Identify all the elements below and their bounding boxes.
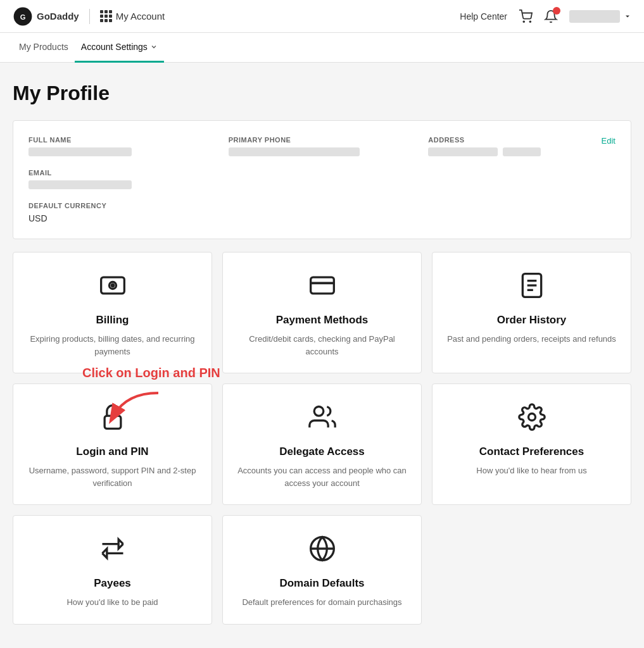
main-content: My Profile FULL NAME PRIMARY PHONE ADDRE… [0,63,644,644]
address-label: ADDRESS [428,136,616,144]
delegate-access-desc: Accounts you can access and people who c… [236,464,408,489]
nav-tabs: My Products Account Settings [0,33,644,63]
primary-phone-label: PRIMARY PHONE [229,136,416,144]
payees-card[interactable]: Payees How you'd like to be paid [13,515,212,625]
payees-title: Payees [94,577,131,590]
godaddy-logo-text: GoDaddy [37,11,79,22]
svg-point-16 [528,414,535,421]
contact-preferences-title: Contact Preferences [479,446,584,458]
email-field: EMAIL [28,169,216,189]
billing-desc: Expiring products, billing dates, and re… [26,333,199,358]
godaddy-logo-icon: G [13,6,33,27]
email-label: EMAIL [28,169,216,177]
address-field: ADDRESS Edit [428,136,616,156]
currency-value: USD [28,213,616,223]
delegate-access-card[interactable]: Delegate Access Accounts you can access … [222,383,422,505]
profile-fields-row2: EMAIL [28,169,616,189]
lock-icon [99,403,127,437]
login-pin-title: Login and PIN [76,446,148,458]
user-menu-button[interactable] [569,10,631,23]
email-value [28,180,132,189]
notification-wrapper [544,9,558,23]
svg-point-6 [111,284,114,287]
godaddy-logo[interactable]: G GoDaddy [13,6,79,27]
svg-point-15 [314,407,324,416]
address-value [428,147,616,156]
cart-icon [519,9,533,23]
delegate-access-title: Delegate Access [279,446,365,458]
domain-defaults-title: Domain Defaults [279,577,364,590]
header-divider [89,9,90,24]
user-avatar-placeholder [569,10,620,23]
header-left: G GoDaddy My Account [13,6,165,27]
my-account-nav[interactable]: My Account [100,10,165,22]
profile-card: FULL NAME PRIMARY PHONE ADDRESS Edit EMA… [13,120,631,239]
empty-field-1 [229,169,416,189]
order-history-desc: Past and pending orders, receipts and re… [447,333,616,346]
billing-card[interactable]: Billing Expiring products, billing dates… [13,252,212,373]
svg-text:G: G [20,13,26,20]
domain-defaults-card[interactable]: Domain Defaults Default preferences for … [222,515,422,625]
svg-rect-7 [310,277,334,294]
globe-icon [308,535,336,568]
tab-account-settings-label: Account Settings [81,42,148,52]
annotation-text: Click on Login and PIN [82,366,220,380]
billing-icon [99,271,127,305]
help-center-link[interactable]: Help Center [460,11,507,22]
empty-field-2 [428,169,616,189]
tab-account-settings[interactable]: Account Settings [75,33,164,63]
order-history-title: Order History [497,314,567,327]
currency-field: DEFAULT CURRENCY USD [28,202,616,223]
payment-methods-card[interactable]: Payment Methods Credit/debit cards, chec… [222,252,422,373]
chevron-down-icon [624,13,631,20]
address-block-1 [428,147,498,156]
full-name-label: FULL NAME [28,136,216,144]
gear-icon [518,403,546,437]
delegate-icon [308,403,336,437]
tab-my-products[interactable]: My Products [13,33,75,63]
contact-preferences-desc: How you'd like to hear from us [476,464,586,477]
header-right: Help Center [460,9,631,23]
login-pin-annotation-wrapper: Click on Login and PIN Login and PIN [13,383,212,505]
full-name-value [28,147,132,156]
header: G GoDaddy My Account Help Center [0,0,644,33]
my-account-label: My Account [116,11,165,22]
default-currency-label: DEFAULT CURRENCY [28,202,616,209]
grid-icon [100,10,112,22]
page-title: My Profile [13,82,631,105]
domain-defaults-desc: Default preferences for domain purchasin… [242,596,401,609]
profile-fields-row1: FULL NAME PRIMARY PHONE ADDRESS Edit [28,136,616,156]
transfer-icon [99,535,127,568]
primary-phone-field: PRIMARY PHONE [229,136,416,156]
payment-methods-title: Payment Methods [276,314,368,327]
login-pin-card[interactable]: Login and PIN Username, password, suppor… [13,383,212,505]
primary-phone-value [229,147,360,156]
svg-point-2 [523,21,524,22]
svg-rect-14 [104,416,121,428]
notification-badge [553,7,560,15]
billing-title: Billing [96,314,129,327]
payment-methods-desc: Credit/debit cards, checking and PayPal … [236,333,408,358]
cart-button[interactable] [519,9,533,23]
chevron-down-icon [150,43,158,51]
payment-icon [308,271,336,305]
svg-point-3 [529,21,531,22]
order-history-card[interactable]: Order History Past and pending orders, r… [432,252,631,373]
address-block-2 [503,147,541,156]
login-pin-desc: Username, password, support PIN and 2-st… [26,464,199,489]
payees-desc: How you'd like to be paid [66,596,158,609]
full-name-field: FULL NAME [28,136,216,156]
order-icon [518,271,546,305]
edit-link[interactable]: Edit [602,136,616,146]
account-cards-grid: Billing Expiring products, billing dates… [13,252,631,625]
contact-preferences-card[interactable]: Contact Preferences How you'd like to he… [432,383,631,505]
